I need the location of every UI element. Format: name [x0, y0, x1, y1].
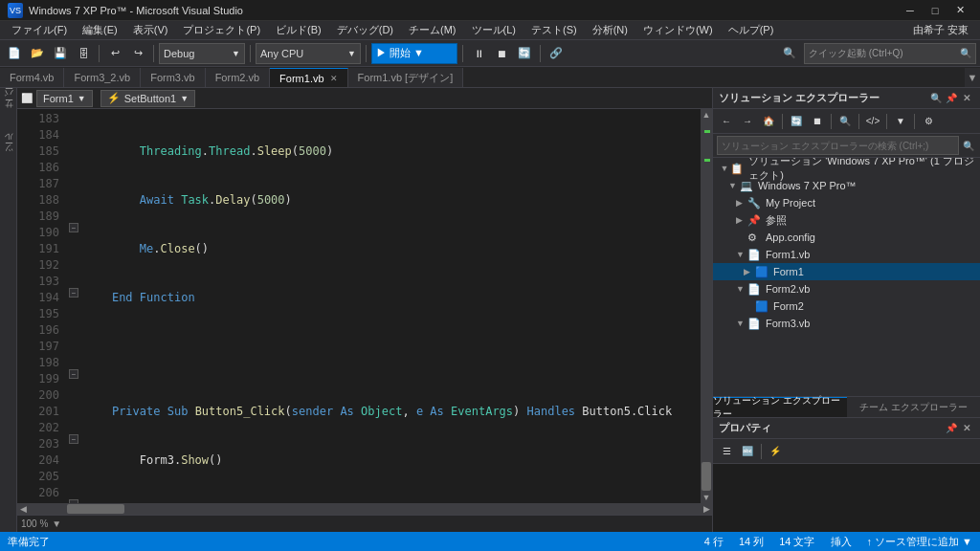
se-back-btn[interactable]: ← — [717, 112, 736, 131]
code-content-text[interactable]: Threading.Thread.Sleep(5000) Await Task.… — [80, 109, 701, 503]
scroll-left-arrow[interactable]: ◀ — [17, 503, 29, 515]
tab-form1-vb[interactable]: Form1.vb ✕ — [270, 68, 347, 87]
horizontal-scrollbar[interactable]: ◀ ▶ — [17, 503, 712, 515]
tree-references[interactable]: ▶ 📌 参照 — [713, 211, 980, 229]
fold-btn-193[interactable]: − — [69, 288, 78, 298]
props-close-btn[interactable]: ✕ — [959, 421, 974, 436]
restart-button[interactable]: 🔄 — [514, 43, 535, 64]
menu-help[interactable]: ヘルプ(P) — [721, 21, 782, 39]
tree-solution[interactable]: ▼ 📋 ソリューション 'Windows 7 XP Pro™' (1 プロジェク… — [713, 160, 980, 177]
menu-debug[interactable]: デバッグ(D) — [329, 21, 401, 39]
solution-icon: 📋 — [730, 163, 746, 175]
scroll-thumb[interactable] — [702, 462, 711, 491]
statusbar: 準備完了 4 行 14 列 14 文字 挿入 ↑ ソース管理に追加 ▼ — [0, 532, 980, 551]
menu-file[interactable]: ファイル(F) — [4, 21, 75, 39]
tab-solution-explorer[interactable]: ソリューション エクスプローラー — [713, 397, 847, 417]
vertical-scrollbar[interactable]: ▲ ▼ — [701, 109, 712, 503]
props-alpha-btn[interactable]: 🔤 — [738, 442, 757, 461]
tree-form2[interactable]: ▶ 🟦 Form2 — [713, 298, 980, 315]
tree-form1[interactable]: ▶ 🟦 Form1 — [713, 263, 980, 280]
tree-my-project[interactable]: ▶ 🔧 My Project — [713, 194, 980, 211]
tree-appconfig[interactable]: ▶ ⚙ App.config — [713, 229, 980, 246]
se-settings-btn[interactable]: ⚙ — [919, 112, 938, 131]
se-sep1 — [782, 114, 783, 129]
undo-button[interactable]: ↩ — [104, 43, 125, 64]
save-all-button[interactable]: 🗄 — [73, 43, 94, 64]
se-search-btn[interactable]: 🔍 — [928, 91, 944, 106]
menu-view[interactable]: 表示(V) — [125, 21, 176, 39]
expand-form3vb-icon: ▼ — [736, 319, 747, 328]
quick-launch-input[interactable]: クイック起動 (Ctrl+Q) 🔍 — [804, 43, 976, 64]
tree-form2vb[interactable]: ▼ 📄 Form2.vb — [713, 280, 980, 298]
se-code-btn[interactable]: </> — [863, 112, 882, 131]
menu-project[interactable]: プロジェクト(P) — [175, 21, 268, 39]
se-search-input[interactable] — [717, 136, 959, 155]
open-button[interactable]: 📂 — [27, 43, 48, 64]
tab-close-icon[interactable]: ✕ — [330, 74, 338, 83]
fold-btn-200[interactable]: − — [69, 369, 78, 379]
tab-form3-2[interactable]: Form3_2.vb — [64, 68, 141, 87]
props-pin-btn[interactable]: 📌 — [944, 421, 959, 436]
fold-btn-206[interactable]: − — [69, 434, 78, 444]
source-control-button[interactable]: ↑ ソース管理に追加 ▼ — [867, 535, 973, 549]
fold-btn-189[interactable]: − — [69, 223, 78, 232]
se-close-btn[interactable]: ✕ — [959, 91, 974, 106]
minimize-button[interactable]: ─ — [898, 0, 923, 21]
attach-button[interactable]: 🔗 — [546, 43, 567, 64]
code-editor[interactable]: 183184185186187 188189190191192 19319419… — [17, 109, 712, 503]
scroll-marker-1 — [704, 130, 710, 133]
tab-form1-design[interactable]: Form1.vb [デザイン] — [348, 68, 464, 87]
menu-test[interactable]: テスト(S) — [523, 21, 585, 39]
close-button[interactable]: ✕ — [947, 0, 972, 21]
menu-edit[interactable]: 編集(E) — [75, 21, 125, 39]
tree-form3vb[interactable]: ▼ 📄 Form3.vb — [713, 315, 980, 332]
se-forward-btn[interactable]: → — [738, 112, 757, 131]
fold-btn-210[interactable]: − — [69, 499, 78, 503]
tab-team-explorer[interactable]: チーム エクスプローラー — [847, 397, 981, 417]
se-filter-btn[interactable]: 🔍 — [835, 112, 855, 131]
code-class-dropdown[interactable]: Form1 ▼ — [36, 90, 93, 107]
se-auto-hide-btn[interactable]: 📌 — [944, 91, 959, 106]
menu-analyze[interactable]: 分析(N) — [585, 21, 635, 39]
config-dropdown[interactable]: Debug ▼ — [159, 43, 245, 64]
menu-build[interactable]: ビルド(B) — [268, 21, 329, 39]
scroll-right-arrow[interactable]: ▶ — [701, 503, 712, 515]
cpu-dropdown[interactable]: Any CPU ▼ — [256, 43, 361, 64]
se-home-btn[interactable]: 🏠 — [759, 112, 778, 131]
props-toolbar: ☰ 🔤 ⚡ — [713, 439, 980, 464]
line-numbers: 183184185186187 188189190191192 19319419… — [27, 109, 67, 503]
save-button[interactable]: 💾 — [50, 43, 71, 64]
code-method-dropdown[interactable]: ⚡ SetButton1 ▼ — [100, 90, 195, 107]
maximize-button[interactable]: □ — [923, 0, 947, 21]
scroll-up-arrow[interactable]: ▲ — [701, 109, 712, 121]
tab-form3[interactable]: Form3.vb — [141, 68, 205, 87]
redo-button[interactable]: ↪ — [127, 43, 148, 64]
zoom-dropdown-icon[interactable]: ▼ — [52, 518, 61, 529]
se-collapse-btn[interactable]: ▼ — [891, 112, 910, 131]
se-refresh-btn[interactable]: 🔄 — [787, 112, 806, 131]
props-events-btn[interactable]: ⚡ — [766, 442, 785, 461]
app-icon: VS — [8, 3, 23, 18]
menu-window[interactable]: ウィンドウ(W) — [635, 21, 721, 39]
quick-launch-placeholder: クイック起動 (Ctrl+Q) — [809, 47, 903, 60]
scroll-thumb-h[interactable] — [67, 504, 124, 514]
stop-button[interactable]: ⏹ — [491, 43, 512, 64]
form1vb-label: Form1.vb — [766, 249, 810, 260]
props-cat-btn[interactable]: ☰ — [717, 442, 736, 461]
tab-form2[interactable]: Form2.vb — [206, 68, 270, 87]
scroll-down-arrow[interactable]: ▼ — [701, 492, 712, 503]
toolbox-icon[interactable]: ツール — [2, 136, 15, 158]
new-project-button[interactable]: 📄 — [4, 43, 25, 64]
tabs-dropdown-button[interactable]: ▼ — [965, 68, 980, 87]
tree-form1vb[interactable]: ▼ 📄 Form1.vb — [713, 246, 980, 263]
tab-form4[interactable]: Form4.vb — [0, 68, 64, 87]
tab-form2-label: Form2.vb — [215, 72, 259, 83]
pause-button[interactable]: ⏸ — [468, 43, 489, 64]
zoom-label: 100 % — [21, 518, 48, 529]
menu-team[interactable]: チーム(M) — [401, 21, 464, 39]
server-explorer-icon[interactable]: サーバー — [2, 92, 15, 115]
solution-tree[interactable]: ▼ 📋 ソリューション 'Windows 7 XP Pro™' (1 プロジェク… — [713, 158, 980, 396]
menu-tools[interactable]: ツール(L) — [464, 21, 523, 39]
se-stop-btn[interactable]: ⏹ — [808, 112, 827, 131]
run-button[interactable]: ▶ 開始 ▼ — [371, 43, 457, 64]
